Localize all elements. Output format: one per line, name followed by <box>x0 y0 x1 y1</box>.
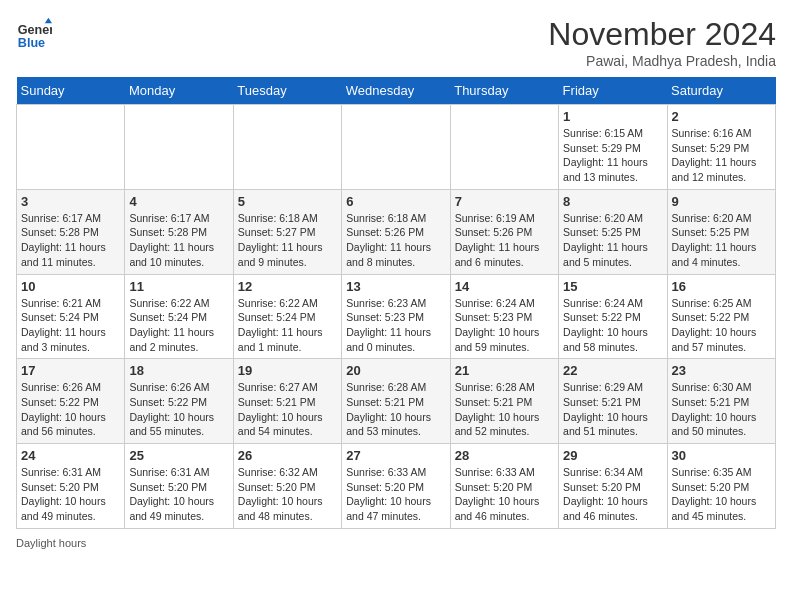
day-number: 22 <box>563 363 662 378</box>
calendar-week-2: 3Sunrise: 6:17 AMSunset: 5:28 PMDaylight… <box>17 189 776 274</box>
day-header-friday: Friday <box>559 77 667 105</box>
calendar-cell: 15Sunrise: 6:24 AMSunset: 5:22 PMDayligh… <box>559 274 667 359</box>
day-number: 4 <box>129 194 228 209</box>
day-number: 9 <box>672 194 771 209</box>
calendar-cell: 14Sunrise: 6:24 AMSunset: 5:23 PMDayligh… <box>450 274 558 359</box>
calendar-cell: 1Sunrise: 6:15 AMSunset: 5:29 PMDaylight… <box>559 105 667 190</box>
day-info: Sunrise: 6:22 AMSunset: 5:24 PMDaylight:… <box>129 296 228 355</box>
calendar-cell: 13Sunrise: 6:23 AMSunset: 5:23 PMDayligh… <box>342 274 450 359</box>
day-number: 14 <box>455 279 554 294</box>
calendar-cell: 7Sunrise: 6:19 AMSunset: 5:26 PMDaylight… <box>450 189 558 274</box>
day-number: 1 <box>563 109 662 124</box>
calendar-cell: 22Sunrise: 6:29 AMSunset: 5:21 PMDayligh… <box>559 359 667 444</box>
day-info: Sunrise: 6:28 AMSunset: 5:21 PMDaylight:… <box>455 380 554 439</box>
calendar-cell: 23Sunrise: 6:30 AMSunset: 5:21 PMDayligh… <box>667 359 775 444</box>
calendar-cell: 16Sunrise: 6:25 AMSunset: 5:22 PMDayligh… <box>667 274 775 359</box>
day-info: Sunrise: 6:24 AMSunset: 5:23 PMDaylight:… <box>455 296 554 355</box>
calendar-cell: 9Sunrise: 6:20 AMSunset: 5:25 PMDaylight… <box>667 189 775 274</box>
day-header-sunday: Sunday <box>17 77 125 105</box>
day-number: 21 <box>455 363 554 378</box>
calendar-cell: 2Sunrise: 6:16 AMSunset: 5:29 PMDaylight… <box>667 105 775 190</box>
day-number: 25 <box>129 448 228 463</box>
day-info: Sunrise: 6:32 AMSunset: 5:20 PMDaylight:… <box>238 465 337 524</box>
calendar-cell: 19Sunrise: 6:27 AMSunset: 5:21 PMDayligh… <box>233 359 341 444</box>
logo-icon: General Blue <box>16 16 52 52</box>
day-info: Sunrise: 6:22 AMSunset: 5:24 PMDaylight:… <box>238 296 337 355</box>
day-info: Sunrise: 6:33 AMSunset: 5:20 PMDaylight:… <box>346 465 445 524</box>
footer-daylight: Daylight hours <box>16 537 776 549</box>
day-header-thursday: Thursday <box>450 77 558 105</box>
day-info: Sunrise: 6:24 AMSunset: 5:22 PMDaylight:… <box>563 296 662 355</box>
calendar-cell: 28Sunrise: 6:33 AMSunset: 5:20 PMDayligh… <box>450 444 558 529</box>
day-header-wednesday: Wednesday <box>342 77 450 105</box>
day-number: 20 <box>346 363 445 378</box>
calendar-cell: 12Sunrise: 6:22 AMSunset: 5:24 PMDayligh… <box>233 274 341 359</box>
location-subtitle: Pawai, Madhya Pradesh, India <box>548 53 776 69</box>
day-info: Sunrise: 6:34 AMSunset: 5:20 PMDaylight:… <box>563 465 662 524</box>
page-header: General Blue November 2024 Pawai, Madhya… <box>16 16 776 69</box>
day-info: Sunrise: 6:25 AMSunset: 5:22 PMDaylight:… <box>672 296 771 355</box>
calendar-cell: 18Sunrise: 6:26 AMSunset: 5:22 PMDayligh… <box>125 359 233 444</box>
day-number: 29 <box>563 448 662 463</box>
day-info: Sunrise: 6:27 AMSunset: 5:21 PMDaylight:… <box>238 380 337 439</box>
day-header-saturday: Saturday <box>667 77 775 105</box>
day-number: 15 <box>563 279 662 294</box>
day-info: Sunrise: 6:35 AMSunset: 5:20 PMDaylight:… <box>672 465 771 524</box>
calendar-cell: 11Sunrise: 6:22 AMSunset: 5:24 PMDayligh… <box>125 274 233 359</box>
day-info: Sunrise: 6:21 AMSunset: 5:24 PMDaylight:… <box>21 296 120 355</box>
day-info: Sunrise: 6:18 AMSunset: 5:27 PMDaylight:… <box>238 211 337 270</box>
day-number: 17 <box>21 363 120 378</box>
day-number: 6 <box>346 194 445 209</box>
day-info: Sunrise: 6:28 AMSunset: 5:21 PMDaylight:… <box>346 380 445 439</box>
day-number: 24 <box>21 448 120 463</box>
calendar-cell: 8Sunrise: 6:20 AMSunset: 5:25 PMDaylight… <box>559 189 667 274</box>
day-info: Sunrise: 6:26 AMSunset: 5:22 PMDaylight:… <box>129 380 228 439</box>
day-number: 28 <box>455 448 554 463</box>
day-header-monday: Monday <box>125 77 233 105</box>
calendar-header: SundayMondayTuesdayWednesdayThursdayFrid… <box>17 77 776 105</box>
day-info: Sunrise: 6:30 AMSunset: 5:21 PMDaylight:… <box>672 380 771 439</box>
day-info: Sunrise: 6:16 AMSunset: 5:29 PMDaylight:… <box>672 126 771 185</box>
day-number: 26 <box>238 448 337 463</box>
calendar-cell: 10Sunrise: 6:21 AMSunset: 5:24 PMDayligh… <box>17 274 125 359</box>
calendar-week-5: 24Sunrise: 6:31 AMSunset: 5:20 PMDayligh… <box>17 444 776 529</box>
calendar-cell <box>233 105 341 190</box>
calendar-cell: 25Sunrise: 6:31 AMSunset: 5:20 PMDayligh… <box>125 444 233 529</box>
day-number: 19 <box>238 363 337 378</box>
calendar-cell: 20Sunrise: 6:28 AMSunset: 5:21 PMDayligh… <box>342 359 450 444</box>
day-info: Sunrise: 6:29 AMSunset: 5:21 PMDaylight:… <box>563 380 662 439</box>
calendar-week-4: 17Sunrise: 6:26 AMSunset: 5:22 PMDayligh… <box>17 359 776 444</box>
day-info: Sunrise: 6:20 AMSunset: 5:25 PMDaylight:… <box>563 211 662 270</box>
calendar-cell: 5Sunrise: 6:18 AMSunset: 5:27 PMDaylight… <box>233 189 341 274</box>
day-info: Sunrise: 6:19 AMSunset: 5:26 PMDaylight:… <box>455 211 554 270</box>
day-info: Sunrise: 6:31 AMSunset: 5:20 PMDaylight:… <box>129 465 228 524</box>
day-info: Sunrise: 6:31 AMSunset: 5:20 PMDaylight:… <box>21 465 120 524</box>
day-number: 10 <box>21 279 120 294</box>
day-number: 23 <box>672 363 771 378</box>
calendar-table: SundayMondayTuesdayWednesdayThursdayFrid… <box>16 77 776 529</box>
day-number: 18 <box>129 363 228 378</box>
day-info: Sunrise: 6:20 AMSunset: 5:25 PMDaylight:… <box>672 211 771 270</box>
calendar-cell: 6Sunrise: 6:18 AMSunset: 5:26 PMDaylight… <box>342 189 450 274</box>
day-number: 30 <box>672 448 771 463</box>
day-number: 5 <box>238 194 337 209</box>
calendar-week-3: 10Sunrise: 6:21 AMSunset: 5:24 PMDayligh… <box>17 274 776 359</box>
day-number: 2 <box>672 109 771 124</box>
day-number: 11 <box>129 279 228 294</box>
calendar-cell: 21Sunrise: 6:28 AMSunset: 5:21 PMDayligh… <box>450 359 558 444</box>
calendar-cell: 26Sunrise: 6:32 AMSunset: 5:20 PMDayligh… <box>233 444 341 529</box>
calendar-cell: 29Sunrise: 6:34 AMSunset: 5:20 PMDayligh… <box>559 444 667 529</box>
day-number: 27 <box>346 448 445 463</box>
day-number: 3 <box>21 194 120 209</box>
calendar-cell: 30Sunrise: 6:35 AMSunset: 5:20 PMDayligh… <box>667 444 775 529</box>
day-info: Sunrise: 6:33 AMSunset: 5:20 PMDaylight:… <box>455 465 554 524</box>
day-number: 7 <box>455 194 554 209</box>
day-header-tuesday: Tuesday <box>233 77 341 105</box>
day-info: Sunrise: 6:17 AMSunset: 5:28 PMDaylight:… <box>129 211 228 270</box>
day-info: Sunrise: 6:17 AMSunset: 5:28 PMDaylight:… <box>21 211 120 270</box>
calendar-cell: 27Sunrise: 6:33 AMSunset: 5:20 PMDayligh… <box>342 444 450 529</box>
calendar-cell <box>125 105 233 190</box>
calendar-cell <box>17 105 125 190</box>
calendar-cell: 4Sunrise: 6:17 AMSunset: 5:28 PMDaylight… <box>125 189 233 274</box>
calendar-cell <box>342 105 450 190</box>
